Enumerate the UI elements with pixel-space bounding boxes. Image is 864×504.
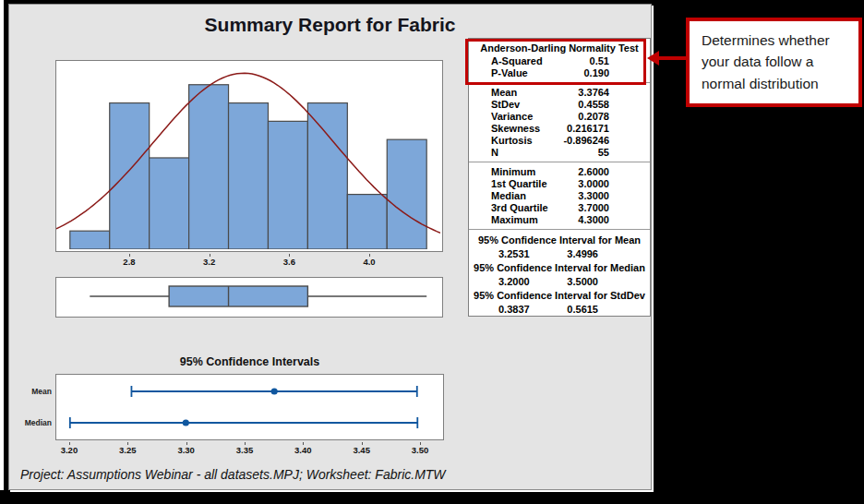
ci-plot-tick-label: 3.20 (61, 445, 78, 455)
boxplot-box (169, 286, 307, 306)
stat-label: Median (491, 190, 526, 202)
histogram-tick-label: 4.0 (363, 257, 375, 267)
ci-high-value: 3.4996 (567, 247, 598, 261)
histogram-bar (347, 195, 387, 249)
page-edge-highlight (0, 0, 4, 490)
stat-label: StDev (491, 99, 520, 111)
histogram-bar (387, 139, 426, 249)
ci-point-marker (183, 419, 189, 426)
stat-label: 3rd Quartile (491, 202, 548, 214)
ci-section-values: 3.20003.5000 (469, 275, 650, 289)
ci-plot-tick-label: 3.50 (412, 445, 429, 455)
stat-row: Median3.3000 (469, 190, 650, 202)
stat-row: 1st Quartile3.0000 (469, 178, 650, 190)
callout-arrow-icon (646, 48, 687, 68)
histogram-bar (70, 231, 110, 249)
histogram-x-axis: 2.83.23.64.0 (55, 254, 443, 267)
ci-plot-chart (56, 375, 441, 438)
stat-label: Variance (491, 111, 533, 123)
report-footer: Project: Assumptions Webinar - all datas… (20, 467, 446, 482)
ci-plot-tick-label: 3.35 (236, 445, 254, 455)
histogram-bar (229, 103, 269, 249)
stat-label: N (491, 147, 498, 159)
normality-test-highlight-box (465, 39, 646, 85)
boxplot-panel (55, 277, 443, 318)
report-title: Summary Report for Fabric (9, 14, 651, 36)
histogram-chart (56, 61, 440, 249)
stat-value: 3.3764 (578, 87, 609, 99)
ci-section-values: 0.38370.5615 (469, 303, 650, 317)
stat-label: Minimum (491, 166, 535, 178)
stat-label: Maximum (491, 214, 538, 226)
summary-report-panel: Summary Report for Fabric 2.83.23.64.0 9… (8, 4, 652, 490)
stat-row: StDev0.4558 (469, 99, 650, 111)
ci-section-values: 3.25313.4996 (469, 247, 650, 261)
callout-box: Determines whether your data follow a no… (686, 18, 862, 107)
ci-plot-tick-label: 3.45 (353, 445, 370, 455)
histogram-bar (150, 158, 189, 249)
stat-label: 1st Quartile (491, 178, 547, 190)
histogram-bar (307, 103, 347, 249)
stat-value: 3.0000 (578, 178, 609, 190)
ci-plot-title: 95% Confidence Intervals (55, 355, 444, 368)
stat-value: 0.4558 (578, 99, 609, 111)
ci-plot-tick-label: 3.30 (177, 445, 195, 455)
ci-low-value: 3.2531 (498, 247, 530, 261)
ci-section-header: 95% Confidence Interval for StdDev (469, 289, 650, 303)
stat-label: Mean (491, 87, 517, 99)
ci-plot-x-axis: 3.203.253.303.353.403.453.50 (55, 442, 444, 455)
ci-low-value: 0.3837 (498, 303, 530, 317)
histogram-bar (189, 85, 229, 249)
stat-row: 3rd Quartile3.7000 (469, 202, 650, 214)
callout-text: Determines whether your data follow a no… (702, 32, 830, 91)
stat-value: 55 (598, 147, 609, 159)
histogram-bar (110, 103, 150, 249)
stat-value: -0.896246 (563, 135, 609, 147)
ci-low-value: 3.2000 (498, 275, 530, 289)
histogram-bar (268, 121, 307, 249)
stat-row: Minimum2.6000 (469, 166, 650, 178)
ci-ylabel-median: Median (13, 418, 52, 427)
stat-label: Kurtosis (491, 135, 533, 147)
histogram-tick-label: 3.6 (283, 257, 295, 267)
stat-value: 3.7000 (578, 202, 609, 214)
stat-row: Variance0.2078 (469, 111, 650, 123)
stat-value: 2.6000 (578, 166, 609, 178)
stat-row: Kurtosis-0.896246 (469, 135, 650, 147)
section-divider (469, 162, 650, 162)
histogram-tick-label: 2.8 (123, 257, 135, 267)
stat-value: 0.2078 (578, 111, 609, 123)
boxplot-chart (56, 278, 440, 315)
ci-high-value: 3.5000 (567, 275, 598, 289)
screenshot-canvas: Summary Report for Fabric 2.83.23.64.0 9… (0, 0, 864, 504)
stat-value: 4.3000 (578, 214, 609, 226)
ci-high-value: 0.5615 (567, 303, 598, 317)
section-divider (469, 229, 650, 230)
ci-plot-tick-label: 3.40 (294, 445, 312, 455)
stat-row: N55 (469, 147, 650, 159)
stat-value: 3.3000 (578, 190, 609, 202)
histogram-panel (55, 60, 443, 252)
stat-value: 0.216171 (567, 123, 609, 135)
stat-row: Skewness0.216171 (469, 123, 650, 135)
stat-row: Mean3.3764 (469, 87, 650, 99)
stat-row: Maximum4.3000 (469, 214, 650, 226)
ci-section-header: 95% Confidence Interval for Mean (469, 234, 650, 247)
stat-label: Skewness (491, 123, 540, 135)
histogram-tick-label: 3.2 (203, 257, 215, 267)
ci-plot-panel (55, 374, 444, 440)
ci-plot-tick-label: 3.25 (119, 445, 137, 455)
ci-point-marker (271, 388, 278, 394)
ci-section-header: 95% Confidence Interval for Median (469, 261, 650, 275)
ci-ylabel-mean: Mean (13, 387, 52, 396)
